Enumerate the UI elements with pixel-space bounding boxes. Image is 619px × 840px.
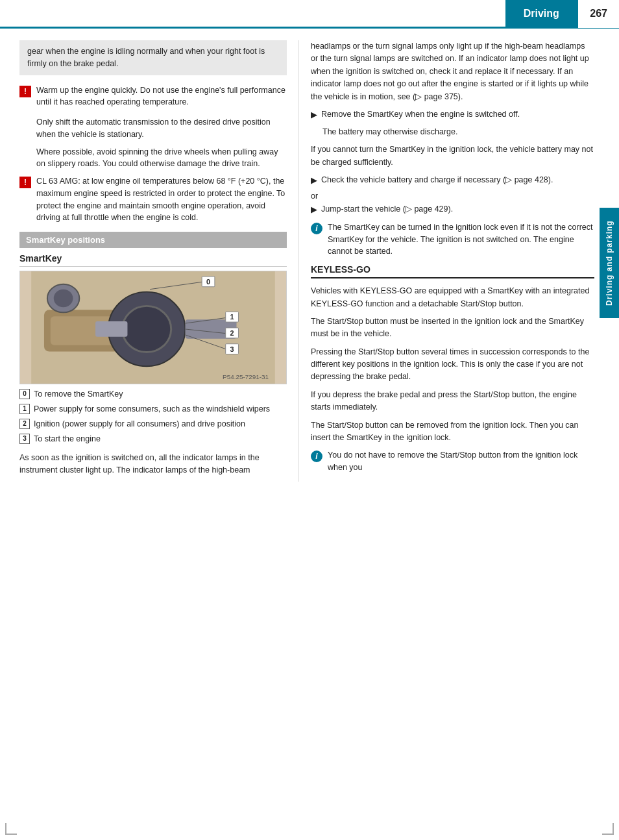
list-item-2: 2 Ignition (power supply for all consume… <box>19 418 287 430</box>
keyless-p2: The Start/Stop button must be inserted i… <box>311 315 594 341</box>
svg-point-4 <box>54 290 73 308</box>
arrow-item-2: ▶ Check the vehicle battery and charge i… <box>311 174 594 187</box>
smartkey-image: 0 1 2 3 P54.25-7291-31 <box>19 271 287 384</box>
svg-text:P54.25-7291-31: P54.25-7291-31 <box>223 373 269 380</box>
arrow-bullet-3: ▶ <box>311 203 317 216</box>
svg-text:1: 1 <box>230 313 234 321</box>
badge-2: 2 <box>19 419 30 429</box>
info-text-1: The SmartKey can be turned in the igniti… <box>328 221 594 258</box>
side-tab-driving-parking: Driving and parking <box>600 208 619 318</box>
badge-3: 3 <box>19 434 30 444</box>
arrow-list-2: ▶ Check the vehicle battery and charge i… <box>311 174 594 187</box>
list-text-3: To start the engine <box>34 433 101 445</box>
keyless-p1: Vehicles with KEYLESS-GO are equipped wi… <box>311 285 594 310</box>
keyless-p4: If you depress the brake pedal and press… <box>311 389 594 414</box>
note-box: gear when the engine is idling normally … <box>19 40 287 75</box>
warning-block-2: ! CL 63 AMG: at low engine oil temperatu… <box>19 175 287 224</box>
list-item-3: 3 To start the engine <box>19 433 287 445</box>
svg-point-6 <box>123 306 171 352</box>
header-page-number: 267 <box>577 0 619 28</box>
corner-mark-br <box>602 823 614 835</box>
arrow-bullet-1: ▶ <box>311 108 317 121</box>
left-column: gear when the engine is idling normally … <box>0 40 298 482</box>
smartkey-image-inner: 0 1 2 3 P54.25-7291-31 <box>20 271 286 384</box>
svg-rect-8 <box>95 321 127 337</box>
arrow-subtext-1: The battery may otherwise discharge. <box>322 126 594 138</box>
list-text-1: Power supply for some consumers, such as… <box>34 403 270 415</box>
arrow-text-1: Remove the SmartKey when the engine is s… <box>321 108 520 121</box>
warning-icon-2: ! <box>19 177 31 188</box>
arrow-text-2: Check the vehicle battery and charge if … <box>321 174 553 187</box>
smartkey-svg: 0 1 2 3 P54.25-7291-31 <box>20 271 286 384</box>
num-list: 0 To remove the SmartKey 1 Power supply … <box>19 388 287 445</box>
list-item-1: 1 Power supply for some consumers, such … <box>19 403 287 415</box>
warning-subtext-1b: Where possible, avoid spinning the drive… <box>36 146 287 171</box>
note-box-text: gear when the engine is idling normally … <box>27 47 265 68</box>
info-icon-1: i <box>311 223 322 234</box>
arrow-list-3: ▶ Jump-start the vehicle (▷ page 429). <box>311 203 594 216</box>
arrow-item-1: ▶ Remove the SmartKey when the engine is… <box>311 108 594 121</box>
info-block-1: i The SmartKey can be turned in the igni… <box>311 221 594 258</box>
page-header: Driving 267 <box>0 0 619 29</box>
info-block-2: i You do not have to remove the Start/St… <box>311 449 594 474</box>
list-text-2: Ignition (power supply for all consumers… <box>34 418 245 430</box>
or-text: or <box>311 191 594 201</box>
header-section-label: Driving <box>505 0 577 28</box>
keyless-go-heading: KEYLESS-GO <box>311 264 594 278</box>
warning-icon-1: ! <box>19 86 31 97</box>
info-icon-2: i <box>311 451 322 462</box>
svg-text:3: 3 <box>230 345 234 353</box>
section-heading-bar: SmartKey positions <box>19 232 287 248</box>
warning-text-1: Warm up the engine quickly. Do not use t… <box>36 84 287 109</box>
keyless-p5: The Start/Stop button can be removed fro… <box>311 419 594 445</box>
warning-block-1: ! Warm up the engine quickly. Do not use… <box>19 84 287 109</box>
corner-mark-bl <box>5 823 17 835</box>
right-column: headlamps or the turn signal lamps only … <box>298 40 619 482</box>
svg-text:0: 0 <box>206 278 210 286</box>
warning-text-2: CL 63 AMG: at low engine oil temperature… <box>36 175 287 224</box>
arrow-list-1: ▶ Remove the SmartKey when the engine is… <box>311 108 594 121</box>
badge-1: 1 <box>19 404 30 414</box>
left-body-text: As soon as the ignition is switched on, … <box>19 452 287 477</box>
arrow-text-3: Jump-start the vehicle (▷ page 429). <box>321 203 453 216</box>
arrow-bullet-2: ▶ <box>311 174 317 187</box>
right-body-text-2: If you cannot turn the SmartKey in the i… <box>311 143 594 169</box>
list-item-0: 0 To remove the SmartKey <box>19 388 287 400</box>
arrow-item-3: ▶ Jump-start the vehicle (▷ page 429). <box>311 203 594 216</box>
smartkey-subheading: SmartKey <box>19 253 287 267</box>
right-intro-text: headlamps or the turn signal lamps only … <box>311 40 594 103</box>
info-text-2: You do not have to remove the Start/Stop… <box>328 449 594 474</box>
badge-0: 0 <box>19 389 30 399</box>
list-text-0: To remove the SmartKey <box>34 388 123 400</box>
warning-subtext-1a: Only shift the automatic transmission to… <box>36 116 287 141</box>
main-content: gear when the engine is idling normally … <box>0 29 619 493</box>
svg-text:2: 2 <box>230 329 234 337</box>
keyless-p3: Pressing the Start/Stop button several t… <box>311 346 594 384</box>
